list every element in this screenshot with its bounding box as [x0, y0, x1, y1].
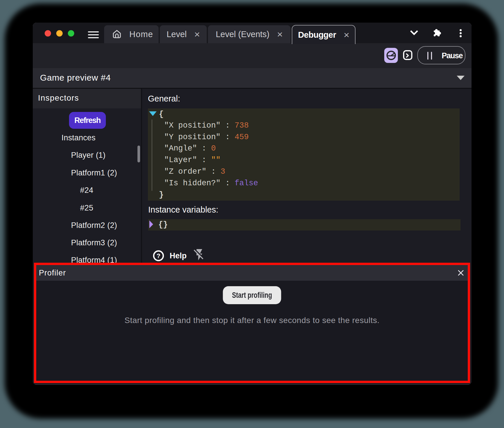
svg-text:?: ? — [157, 252, 160, 260]
